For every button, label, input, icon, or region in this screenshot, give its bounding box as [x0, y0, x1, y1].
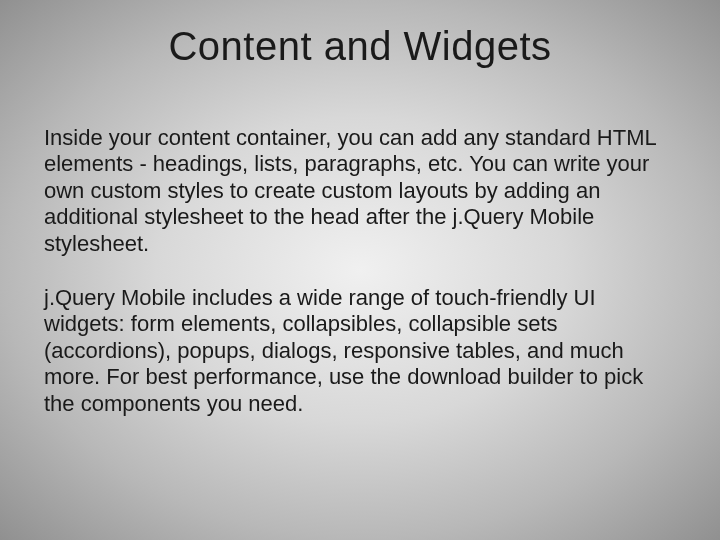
paragraph-2: j.Query Mobile includes a wide range of … [44, 285, 676, 417]
slide-title: Content and Widgets [44, 24, 676, 69]
slide-container: Content and Widgets Inside your content … [0, 0, 720, 540]
paragraph-1: Inside your content container, you can a… [44, 125, 676, 257]
